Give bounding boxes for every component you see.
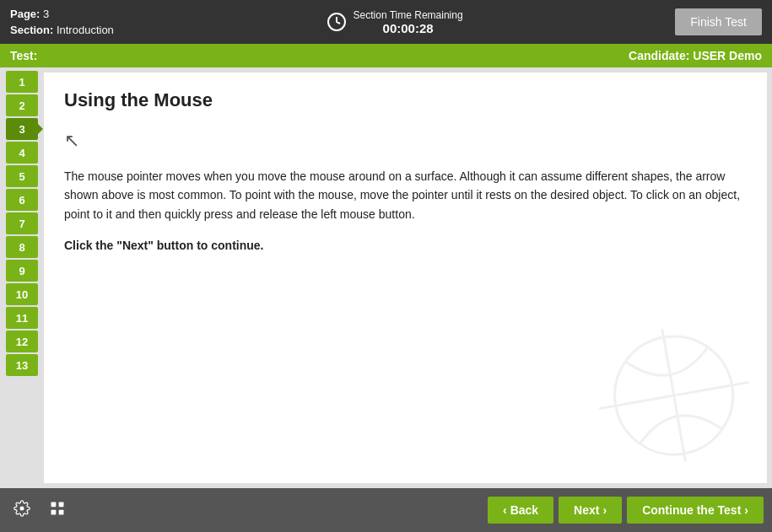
grid-button[interactable]	[44, 497, 71, 524]
back-label: Back	[510, 503, 538, 517]
section-info: Section: Introduction	[10, 22, 114, 39]
continue-label: Continue the Test	[642, 503, 741, 517]
content-paragraph: The mouse pointer moves when you move th…	[64, 167, 747, 223]
continue-test-button[interactable]: Continue the Test ›	[627, 497, 764, 524]
finish-test-button[interactable]: Finish Test	[675, 8, 762, 35]
back-chevron-icon: ‹	[503, 503, 507, 517]
next-label: Next	[574, 503, 599, 517]
watermark	[578, 306, 767, 483]
content-area: Using the Mouse ↖ The mouse pointer move…	[44, 73, 767, 483]
sidebar-item-5[interactable]: 5	[6, 165, 38, 187]
sidebar-item-13[interactable]: 13	[6, 354, 38, 376]
timer-text: Section Time Remaining 00:00:28	[354, 9, 463, 35]
continue-chevron-icon: ›	[744, 503, 748, 517]
sidebar-item-6[interactable]: 6	[6, 189, 38, 211]
sidebar-item-4[interactable]: 4	[6, 142, 38, 164]
sidebar-item-2[interactable]: 2	[6, 94, 38, 116]
svg-rect-5	[59, 509, 64, 514]
content-instruction: Click the "Next" button to continue.	[64, 239, 747, 252]
grid-icon	[49, 500, 66, 517]
sidebar-item-7[interactable]: 7	[6, 212, 38, 234]
next-chevron-icon: ›	[602, 503, 607, 517]
back-button[interactable]: ‹ Back	[488, 497, 553, 524]
timer-value: 00:00:28	[383, 21, 434, 35]
svg-rect-4	[51, 509, 57, 514]
svg-rect-2	[51, 502, 57, 507]
svg-rect-3	[59, 502, 64, 507]
test-bar: Test: Candidate: USER Demo	[0, 44, 772, 67]
page-section-info: Page: 3 Section: Introduction	[10, 6, 114, 39]
page-label: Page:	[10, 8, 43, 20]
section-label: Section:	[10, 24, 57, 36]
footer-nav-buttons: ‹ Back Next › Continue the Test ›	[488, 497, 764, 524]
clock-icon	[327, 12, 347, 32]
sidebar-item-9[interactable]: 9	[6, 260, 38, 282]
sidebar-item-3[interactable]: 3	[6, 118, 38, 140]
settings-button[interactable]	[8, 497, 35, 524]
footer: ‹ Back Next › Continue the Test ›	[0, 488, 772, 532]
next-button[interactable]: Next ›	[559, 497, 622, 524]
page-info: Page: 3	[10, 6, 114, 23]
timer-section: Section Time Remaining 00:00:28	[327, 9, 463, 35]
gear-icon	[13, 500, 30, 517]
sidebar-item-11[interactable]: 11	[6, 307, 38, 329]
header: Page: 3 Section: Introduction Section Ti…	[0, 0, 772, 44]
test-label: Test:	[10, 49, 37, 62]
candidate-info: Candidate: USER Demo	[629, 49, 762, 62]
footer-left-controls	[8, 497, 71, 524]
sidebar-item-8[interactable]: 8	[6, 236, 38, 258]
page-number: 3	[43, 8, 49, 20]
sidebar-item-12[interactable]: 12	[6, 330, 38, 352]
sidebar-item-1[interactable]: 1	[6, 71, 38, 93]
candidate-label: Candidate:	[629, 49, 689, 62]
timer-label: Section Time Remaining	[354, 9, 463, 21]
mouse-cursor-area: ↖	[64, 128, 747, 153]
main-content: 12345678910111213 Using the Mouse ↖ The …	[0, 67, 772, 488]
candidate-name: USER Demo	[693, 49, 762, 62]
sidebar-item-10[interactable]: 10	[6, 283, 38, 305]
section-name: Introduction	[57, 24, 114, 36]
cursor-icon: ↖	[64, 130, 79, 152]
sidebar: 12345678910111213	[0, 67, 44, 488]
content-title: Using the Mouse	[64, 89, 747, 111]
